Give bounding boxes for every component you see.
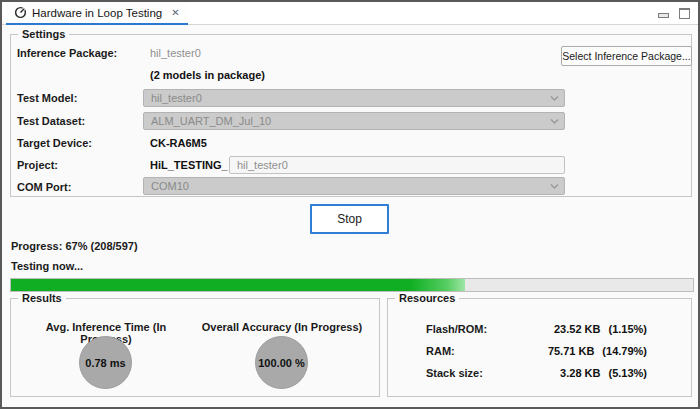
project-prefix: HiL_TESTING_ [150,159,228,171]
project-label: Project: [17,159,58,171]
overall-accuracy-value: 100.00 % [258,357,304,369]
avg-inference-time-circle: 0.78 ms [79,336,132,389]
settings-group: Settings Inference Package: hil_tester0 … [10,34,692,197]
hil-testing-window: Hardware in Loop Testing ✕ Settings Infe… [0,0,700,409]
chevron-down-icon [550,118,559,125]
com-port-combobox[interactable]: COM10 [143,177,565,195]
inference-package-value: hil_tester0 [150,47,201,59]
inference-package-label: Inference Package: [17,47,117,59]
resources-legend: Resources [395,292,459,304]
test-dataset-combobox[interactable]: ALM_UART_DM_Jul_10 [143,112,565,130]
models-in-package-note: (2 models in package) [150,69,265,81]
overall-accuracy-circle: 100.00 % [255,336,308,389]
resources-group: Resources Flash/ROM: 23.52 KB(1.15%) RAM… [387,298,692,397]
test-model-label: Test Model: [17,92,77,104]
flash-rom-percent: (1.15%) [608,323,647,335]
status-text: Testing now... [11,260,83,272]
test-dataset-label: Test Dataset: [17,115,85,127]
stack-size-size: 3.28 KB [560,367,600,379]
chevron-down-icon [550,183,559,190]
results-group: Results Avg. Inference Time (In Progress… [10,298,380,397]
progress-fill [11,279,465,291]
ram-size: 75.71 KB [548,345,594,357]
target-device-value: CK-RA6M5 [150,137,207,149]
progress-bar [10,278,694,292]
test-dataset-value: ALM_UART_DM_Jul_10 [151,115,271,127]
avg-inference-time-value: 0.78 ms [85,357,125,369]
select-inference-package-button[interactable]: Select Inference Package... [561,46,692,66]
tab-title: Hardware in Loop Testing [32,7,162,19]
resource-row-stack-size: Stack size: 3.28 KB(5.13%) [426,367,647,379]
com-port-value: COM10 [151,180,189,192]
gauge-icon [14,6,27,19]
stop-button[interactable]: Stop [310,204,389,234]
chevron-down-icon [550,95,559,102]
tab-close-icon[interactable]: ✕ [171,8,179,18]
results-legend: Results [18,292,66,304]
com-port-label: COM Port: [17,181,71,193]
minimize-icon[interactable] [658,13,669,18]
ram-label: RAM: [426,345,455,357]
resource-row-ram: RAM: 75.71 KB(14.79%) [426,345,647,357]
flash-rom-label: Flash/ROM: [426,323,487,335]
tab-hardware-in-loop-testing[interactable]: Hardware in Loop Testing ✕ [6,2,188,25]
overall-accuracy-label: Overall Accuracy (In Progress) [197,321,367,333]
flash-rom-size: 23.52 KB [554,323,600,335]
resource-row-flash-rom: Flash/ROM: 23.52 KB(1.15%) [426,323,647,335]
test-model-combobox[interactable]: hil_tester0 [143,89,565,107]
progress-text: Progress: 67% (208/597) [11,240,138,252]
stack-size-percent: (5.13%) [608,367,647,379]
project-name-input[interactable]: hil_tester0 [229,156,565,174]
maximize-icon[interactable] [679,8,690,19]
ram-percent: (14.79%) [602,345,647,357]
tab-bar: Hardware in Loop Testing ✕ [2,2,698,25]
stack-size-label: Stack size: [426,367,483,379]
test-model-value: hil_tester0 [151,92,202,104]
settings-legend: Settings [18,28,69,40]
target-device-label: Target Device: [17,137,92,149]
project-name-value: hil_tester0 [237,159,288,171]
